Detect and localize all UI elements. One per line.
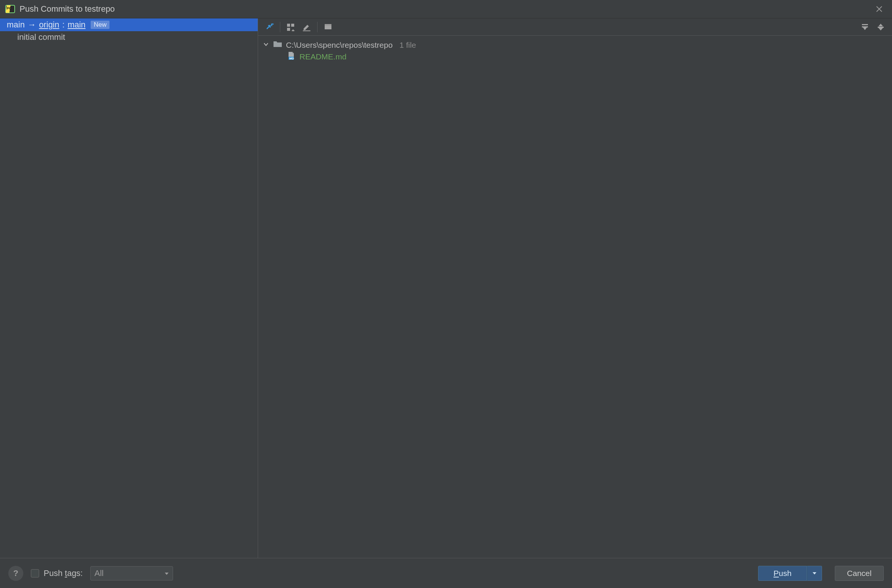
help-button[interactable]: ? (8, 566, 23, 581)
push-button[interactable]: Push (758, 566, 807, 581)
local-branch: main (7, 20, 25, 30)
dialog-footer: ? Push tags: All Push Cancel (0, 558, 892, 588)
file-name: README.md (299, 52, 346, 61)
commit-message: initial commit (17, 32, 65, 42)
titlebar: PC Push Commits to testrepo (0, 0, 892, 18)
push-button-mnemonic: P (773, 569, 779, 577)
markdown-file-icon: MD (287, 51, 296, 62)
app-icon: PC (5, 4, 15, 14)
svg-marker-19 (165, 573, 169, 575)
root-path: C:\Users\spenc\repos\testrepo (286, 41, 393, 50)
push-button-suffix: ush (779, 569, 792, 577)
tree-file-row[interactable]: MD README.md (263, 50, 887, 63)
push-button-group: Push (758, 566, 822, 581)
svg-text:MD: MD (289, 57, 294, 60)
tree-root-row[interactable]: C:\Users\spenc\repos\testrepo 1 file (263, 39, 887, 50)
cancel-button[interactable]: Cancel (835, 566, 884, 581)
svg-rect-11 (862, 24, 868, 25)
colon: : (62, 20, 65, 30)
svg-rect-10 (325, 24, 331, 26)
collapse-all-button[interactable] (873, 20, 888, 34)
push-dropdown-button[interactable] (807, 566, 822, 581)
push-tags-checkbox[interactable] (31, 569, 39, 577)
svg-rect-3 (287, 24, 290, 27)
toolbar-separator (280, 22, 280, 32)
toolbar-separator (317, 22, 318, 32)
help-icon: ? (13, 568, 18, 578)
edit-button[interactable] (299, 20, 314, 34)
push-tags-label-suffix: ags: (67, 568, 83, 578)
arrow-icon: → (28, 20, 36, 30)
svg-text:PC: PC (7, 6, 12, 10)
new-badge: New (91, 21, 109, 29)
remote-name[interactable]: origin (39, 20, 59, 30)
push-tags-select[interactable]: All (90, 566, 173, 580)
show-diff-button[interactable] (262, 20, 277, 34)
cancel-button-label: Cancel (847, 569, 871, 578)
svg-rect-4 (291, 24, 294, 27)
remote-branch[interactable]: main (68, 20, 86, 30)
folder-icon (273, 40, 282, 50)
file-count: 1 file (400, 41, 416, 50)
push-tags-checkbox-wrap[interactable]: Push tags: (31, 568, 83, 578)
push-tags-label-prefix: Push (44, 568, 65, 578)
svg-marker-14 (878, 24, 883, 26)
commit-row[interactable]: initial commit (0, 31, 258, 43)
svg-marker-20 (813, 572, 816, 574)
window-title: Push Commits to testrepo (20, 4, 872, 14)
close-button[interactable] (872, 2, 887, 17)
changes-pane: C:\Users\spenc\repos\testrepo 1 file MD … (258, 18, 892, 558)
svg-marker-12 (863, 27, 867, 30)
svg-rect-13 (862, 26, 868, 27)
chevron-down-icon (263, 41, 269, 50)
svg-rect-5 (287, 28, 290, 31)
push-tags-select-value: All (94, 568, 103, 578)
preview-diff-button[interactable] (321, 20, 336, 34)
svg-rect-7 (303, 30, 310, 31)
svg-marker-16 (878, 28, 883, 30)
changes-toolbar (258, 18, 892, 36)
changes-tree: C:\Users\spenc\repos\testrepo 1 file MD … (258, 36, 892, 67)
svg-rect-15 (878, 27, 884, 28)
branch-mapping-row[interactable]: main → origin : main New (0, 18, 258, 31)
group-by-button[interactable] (283, 20, 298, 34)
chevron-down-icon (164, 568, 169, 578)
expand-all-button[interactable] (857, 20, 872, 34)
commits-pane: main → origin : main New initial commit (0, 18, 258, 558)
push-tags-label: Push tags: (44, 568, 83, 578)
main-area: main → origin : main New initial commit (0, 18, 892, 558)
